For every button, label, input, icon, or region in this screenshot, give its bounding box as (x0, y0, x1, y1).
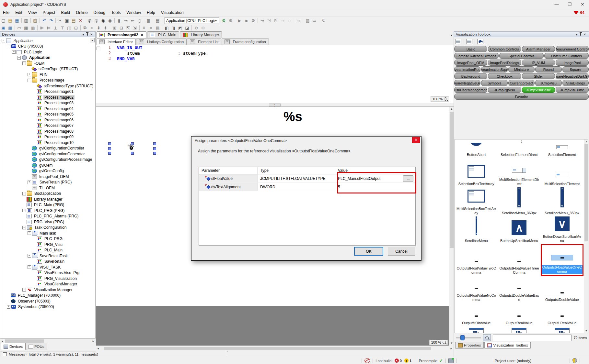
toolbox-item-outputstfloatvalueonecomma[interactable]: OutputstFloatValueOneComma (541, 244, 583, 276)
category-squarenegativegrey[interactable]: SquareNegativeGrey (454, 80, 480, 86)
tree-item-plc-prg-alarms-prg-[interactable]: PLC_PRG_Alarms (PRG) (0, 214, 95, 219)
tree-item-cpu-705003-[interactable]: −CPU (705003) (0, 44, 95, 50)
parameter-value[interactable]: PLC_Main.stFloatOutput (338, 176, 380, 181)
toolbox-item-scrollbarmenu_350px[interactable]: ScrollbarMenu_350px (541, 187, 583, 216)
order-front-icon[interactable]: ⧉ (82, 25, 88, 31)
visu-grid-icon[interactable]: ▦ (7, 25, 14, 31)
dialog-close-button[interactable]: ✕ (412, 137, 420, 143)
toolbox-item-scrollbarmenu_360px[interactable]: ScrollbarMenu_360px (498, 187, 540, 216)
tree-item-application[interactable]: −Application (0, 55, 95, 61)
editor-splitter[interactable]: ▴▾ (96, 103, 454, 106)
tree-item-prg-visualization[interactable]: PRG_Visualization (0, 276, 95, 281)
replace-next-icon[interactable]: ◉ (107, 17, 113, 24)
login-icon[interactable]: ⚙ (220, 17, 227, 24)
toolbox-item-outputstdoublevalue[interactable]: OutputstDoubleValue (541, 276, 583, 303)
interface-icon[interactable]: ◧ (163, 25, 170, 31)
editor-tab-library-manager[interactable]: Library Manager (180, 31, 222, 38)
panel-menu-icon[interactable]: ▾ (81, 32, 86, 36)
pin-icon[interactable] (87, 33, 88, 36)
parameter-row-dwtextalignment[interactable]: dwTextAlignmentDWORD5 (199, 183, 415, 191)
toolbox-item-window[interactable] (455, 326, 498, 333)
selection-handle[interactable] (153, 147, 156, 150)
tree-item-maintask[interactable]: −MainTask (0, 230, 95, 236)
paste-board-icon[interactable]: ▨ (32, 17, 39, 24)
toolbox-item-selectionboxtextarray[interactable]: SelectionBoxTextArray (455, 158, 498, 187)
toolbox-build-icon[interactable] (477, 39, 483, 44)
filter-funnel-icon[interactable] (573, 11, 579, 15)
canvas-horizontal-scrollbar[interactable]: ◄ ► (96, 346, 454, 351)
scroll-up-icon[interactable]: ▲ (449, 107, 454, 111)
order-down-icon[interactable]: ⇟ (102, 25, 109, 31)
category-measurement-controls[interactable]: Measurement Controls (556, 46, 589, 52)
scroll-down-icon[interactable]: ▼ (449, 341, 454, 346)
run-to-cursor-icon[interactable]: ⇒ (279, 17, 286, 24)
save-icon[interactable]: ▦ (14, 17, 20, 24)
find-next-icon[interactable]: ◉ (100, 17, 107, 24)
toolbox-item-multiselectionboxtextarray[interactable]: MultiSelectionBoxTextArray (455, 187, 498, 216)
active-application-combo[interactable]: Application [CPU: PLC Logic]▼ (165, 17, 219, 24)
code-line[interactable]: 3END_VAR (96, 56, 454, 61)
category-alarm-manager[interactable]: Alarm Manager (522, 46, 555, 52)
editor-tab-plc-main[interactable]: PLC_Main (147, 31, 179, 38)
toolbox-item-buttonupscrollbarmenu[interactable]: ∧ButtonUpScrollbarMenu (498, 216, 540, 244)
toolbox-item-window[interactable] (498, 326, 540, 333)
gear-pair-icon[interactable]: ⚙ (193, 25, 200, 31)
scroll-right-icon[interactable]: ► (449, 347, 454, 350)
category-miniature[interactable]: Miniature (508, 66, 535, 72)
toolbox-item-scrollbarmenu[interactable]: ScrollbarMenu (455, 216, 498, 244)
step-into-icon[interactable]: ⇲ (266, 17, 272, 24)
close-tab-icon[interactable]: ✕ (141, 33, 144, 37)
order-up-icon[interactable]: ⇞ (95, 25, 102, 31)
panel-close-icon[interactable]: ✕ (89, 32, 94, 36)
menu-window[interactable]: Window (123, 9, 144, 16)
expand-icon[interactable]: + (28, 73, 31, 76)
breakpoint-icon[interactable]: ◌ (286, 17, 293, 24)
tree-item-processimage07[interactable]: ProcessImage07 (0, 123, 95, 129)
parameter-value[interactable]: 5 (338, 185, 340, 189)
category-background[interactable]: Background (454, 73, 487, 79)
subtab-element-list[interactable]: Element List (187, 39, 221, 45)
tree-item-prg-visu[interactable]: PRG_Visu (0, 242, 95, 248)
collapse-icon[interactable]: − (3, 352, 7, 356)
order-back-icon[interactable]: ⧈ (88, 25, 95, 31)
tree-item-visualization-manager[interactable]: +Visualization Manager (0, 287, 95, 293)
expand-icon[interactable]: + (22, 288, 26, 292)
refs-icon[interactable]: ◨ (170, 25, 177, 31)
toolbox-item-outputrealvalue[interactable]: OutputRealValue (498, 303, 540, 326)
tree-item-processimage01[interactable]: ProcessImage01 (0, 89, 95, 95)
tree-item-visu-task[interactable]: −VISU_TASK (0, 264, 95, 270)
step-over-icon[interactable]: ⇥ (259, 17, 266, 24)
start-icon[interactable]: ▶ (236, 17, 243, 24)
code-line[interactable]: −1VAR_IN_OUT (96, 45, 454, 50)
category-saveanimationround[interactable]: SaveanimationRound (454, 66, 480, 72)
size2-icon[interactable]: ⇲ (132, 25, 138, 31)
calendar-icon[interactable]: ▦ (154, 17, 161, 24)
visu-dlg-icon[interactable]: ◩ (177, 25, 184, 31)
refresh-icon[interactable]: ↯ (320, 17, 327, 24)
ungroup-icon[interactable]: ⊟ (118, 25, 125, 31)
simulation-icon[interactable]: ▨ (304, 17, 311, 24)
selection-handle[interactable] (108, 152, 111, 155)
group-icon[interactable]: ⊞ (111, 25, 118, 31)
tree-item-gvlconfigurationprocessimage[interactable]: gvlConfigurationProcessImage (0, 157, 95, 163)
tree-item-task-configuration[interactable]: −Task Configuration (0, 225, 95, 231)
copy-icon[interactable]: ▣ (64, 17, 70, 24)
category-special-controls[interactable]: Special Controls (499, 53, 544, 59)
toolbox-item-outputstdintvalue[interactable]: OutputstDintValue (455, 303, 498, 326)
scroll-up-icon[interactable]: ▲ (584, 139, 588, 144)
selection-handle[interactable] (131, 152, 134, 155)
parameter-row-stfloatvalue[interactable]: stFloatValueJCMPUTILITF.STFLOATVALUETYPE… (199, 174, 415, 183)
menu-file[interactable]: File (0, 9, 12, 16)
tree-item-application[interactable]: −Application (0, 38, 95, 44)
replace-icon[interactable]: ◎ (93, 17, 100, 24)
tree-item-plc-prg[interactable]: PLC_PRG (0, 236, 95, 242)
toolbox-item-outputstdoublevaluebase[interactable]: OutputstDoubleValueBase (498, 276, 540, 303)
cart-icon[interactable]: ▭ (311, 17, 318, 24)
dialog-title-bar[interactable]: Assign parameters <OutputstFloatValueOne… (191, 137, 421, 145)
category-saveanimationsquare[interactable]: SaveanimationSquare (481, 66, 507, 72)
tree-item-tl-oem[interactable]: TL_OEM (0, 185, 95, 191)
code-line[interactable]: 2 stOem : stOemType; (96, 50, 454, 56)
tree-item-library-manager[interactable]: Library Manager (0, 196, 95, 202)
category-jcmpvisu[interactable]: JCmpVisu (535, 80, 561, 86)
flow-control-icon[interactable]: ⇨ (295, 17, 302, 24)
